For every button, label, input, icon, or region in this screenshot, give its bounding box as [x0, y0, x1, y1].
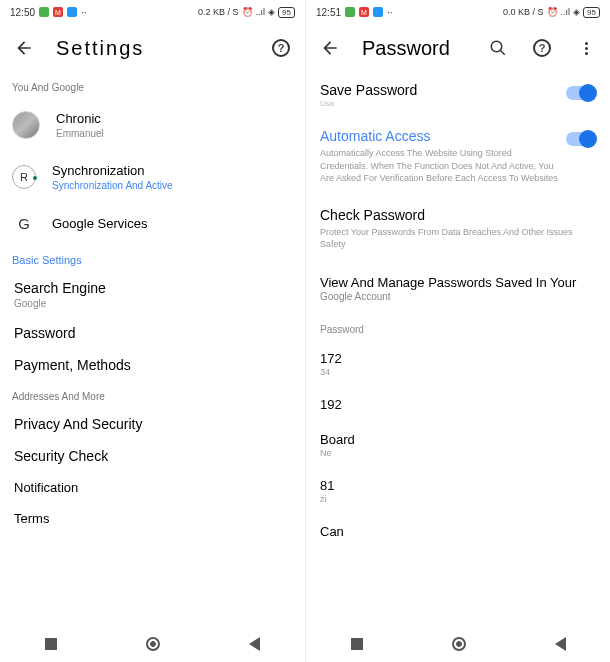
- payment-row[interactable]: Payment, Methods: [0, 349, 305, 381]
- password-item[interactable]: 192: [306, 387, 610, 422]
- addresses-row[interactable]: Addresses And More: [0, 381, 305, 408]
- save-password-title: Save Password: [320, 82, 558, 98]
- wifi-icon: ◈: [573, 7, 580, 17]
- clock: 12:50: [10, 7, 35, 18]
- search-engine-value: Google: [14, 298, 291, 309]
- view-manage-sub: Google Account: [306, 290, 610, 312]
- app-icon: [67, 7, 77, 17]
- back-button[interactable]: [318, 36, 342, 60]
- home-button[interactable]: [452, 637, 466, 651]
- password-list-label: Password: [306, 312, 610, 341]
- settings-list[interactable]: You And Google Chronic Emmanuel R Synchr…: [0, 72, 305, 626]
- section-basic: Basic Settings: [0, 244, 305, 272]
- whatsapp-icon: [39, 7, 49, 17]
- profile-user: Emmanuel: [56, 128, 293, 139]
- password-item[interactable]: Board Ne: [306, 422, 610, 468]
- view-manage-title: View And Manage Passwords Saved In Your: [306, 263, 610, 290]
- view-manage-row[interactable]: View And Manage Passwords Saved In Your …: [306, 263, 610, 312]
- search-engine-row[interactable]: Search Engine Google: [0, 272, 305, 317]
- wifi-icon: ◈: [268, 7, 275, 17]
- sync-row[interactable]: R Synchronization Synchronization And Ac…: [0, 151, 305, 203]
- section-you-google: You And Google: [0, 72, 305, 99]
- notification-row[interactable]: Notification: [0, 472, 305, 503]
- svg-line-1: [500, 50, 505, 55]
- privacy-row[interactable]: Privacy And Security: [0, 408, 305, 440]
- signal-icon: ..ıl: [256, 7, 266, 17]
- password-item[interactable]: 172 34: [306, 341, 610, 387]
- battery-icon: 95: [278, 7, 295, 18]
- password-screen: 12:51 M ·· 0.0 KB / S ⏰ ..ıl ◈ 95 Passwo…: [305, 0, 610, 662]
- search-button[interactable]: [486, 36, 510, 60]
- alarm-icon: ⏰: [242, 7, 253, 17]
- network-speed: 0.0 KB / S: [503, 7, 544, 17]
- google-services-label: Google Services: [52, 216, 147, 231]
- save-password-toggle[interactable]: [566, 86, 596, 100]
- nav-bar: [306, 626, 610, 662]
- password-item[interactable]: 81 zi: [306, 468, 610, 514]
- privacy-label: Privacy And Security: [14, 416, 291, 432]
- clock: 12:51: [316, 7, 341, 18]
- check-password-desc: Protect Your Passwords From Data Breache…: [320, 226, 596, 251]
- page-title: Settings: [56, 37, 249, 60]
- google-services-row[interactable]: G Google Services: [0, 203, 305, 244]
- help-button[interactable]: ?: [269, 36, 293, 60]
- save-password-sub: Usa: [320, 99, 558, 108]
- security-check-label: Security Check: [14, 448, 291, 464]
- back-button[interactable]: [12, 36, 36, 60]
- app-bar: Password ?: [306, 24, 610, 72]
- app-icon: [373, 7, 383, 17]
- sync-title: Synchronization: [52, 163, 293, 178]
- app-bar: Settings ?: [0, 24, 305, 72]
- gmail-icon: M: [359, 7, 369, 17]
- check-password-row[interactable]: Check Password Protect Your Passwords Fr…: [306, 195, 610, 263]
- search-engine-title: Search Engine: [14, 280, 291, 296]
- home-button[interactable]: [146, 637, 160, 651]
- more-indicator: ··: [81, 7, 87, 18]
- password-item[interactable]: Can: [306, 514, 610, 539]
- signal-icon: ..ıl: [561, 7, 571, 17]
- notification-label: Notification: [14, 480, 291, 495]
- gmail-icon: M: [53, 7, 63, 17]
- status-bar: 12:51 M ·· 0.0 KB / S ⏰ ..ıl ◈ 95: [306, 0, 610, 24]
- whatsapp-icon: [345, 7, 355, 17]
- security-check-row[interactable]: Security Check: [0, 440, 305, 472]
- status-bar: 12:50 M ·· 0.2 KB / S ⏰ ..ıl ◈ 95: [0, 0, 305, 24]
- password-content[interactable]: Save Password Usa Automatic Access Autom…: [306, 72, 610, 626]
- settings-screen: 12:50 M ·· 0.2 KB / S ⏰ ..ıl ◈ 95 Settin…: [0, 0, 305, 662]
- automatic-access-title: Automatic Access: [320, 128, 558, 144]
- back-nav-button[interactable]: [555, 637, 566, 651]
- google-icon: G: [12, 215, 36, 232]
- save-password-row[interactable]: Save Password Usa: [306, 72, 610, 118]
- automatic-access-row[interactable]: Automatic Access Automatically Access Th…: [306, 118, 610, 195]
- payment-label: Payment, Methods: [14, 357, 291, 373]
- check-password-title: Check Password: [320, 207, 596, 223]
- network-speed: 0.2 KB / S: [198, 7, 239, 17]
- battery-icon: 95: [583, 7, 600, 18]
- recents-button[interactable]: [351, 638, 363, 650]
- automatic-access-toggle[interactable]: [566, 132, 596, 146]
- automatic-access-desc: Automatically Access The Website Using S…: [320, 147, 558, 185]
- password-label: Password: [14, 325, 291, 341]
- profile-name: Chronic: [56, 111, 293, 126]
- sync-sub: Synchronization And Active: [52, 180, 293, 191]
- password-row[interactable]: Password: [0, 317, 305, 349]
- terms-row[interactable]: Terms: [0, 503, 305, 534]
- alarm-icon: ⏰: [547, 7, 558, 17]
- sync-icon: R: [12, 165, 36, 189]
- more-indicator: ··: [387, 7, 393, 18]
- more-button[interactable]: [574, 36, 598, 60]
- back-nav-button[interactable]: [249, 637, 260, 651]
- page-title: Password: [362, 37, 466, 60]
- help-button[interactable]: ?: [530, 36, 554, 60]
- profile-row[interactable]: Chronic Emmanuel: [0, 99, 305, 151]
- svg-point-0: [491, 41, 502, 52]
- terms-label: Terms: [14, 511, 291, 526]
- nav-bar: [0, 626, 305, 662]
- avatar: [12, 111, 40, 139]
- recents-button[interactable]: [45, 638, 57, 650]
